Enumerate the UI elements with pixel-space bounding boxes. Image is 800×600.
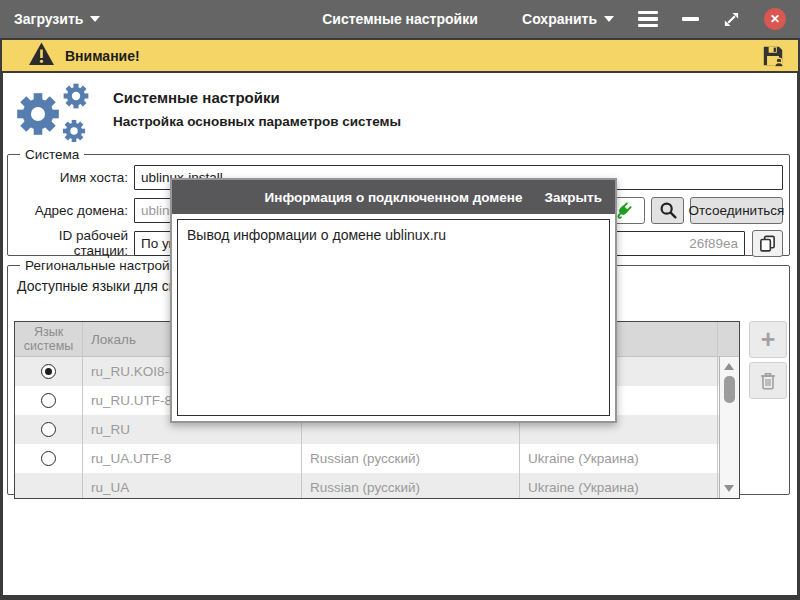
modal-body: Вывод информации о домене ublinux.ru [172, 214, 615, 421]
titlebar: Загрузить Системные настройки Сохранить … [0, 0, 800, 38]
page-title: Системные настройки [113, 89, 401, 106]
load-menu-label: Загрузить [14, 11, 83, 27]
fullscreen-icon[interactable] [723, 11, 740, 28]
hostname-label: Имя хоста: [13, 170, 134, 185]
system-legend: Система [20, 147, 84, 162]
close-icon[interactable]: ✕ [764, 8, 786, 30]
warning-label: Внимание! [65, 48, 140, 64]
gears-icon [11, 83, 99, 147]
table-row[interactable]: ru_UARussian (русский)Ukraine (Украина) [15, 473, 719, 498]
copy-id-button[interactable] [752, 230, 783, 257]
save-file-icon[interactable] [760, 43, 786, 69]
save-menu-label: Сохранить [522, 11, 597, 27]
table-row[interactable]: ru_UA.UTF-8Russian (русский)Ukraine (Укр… [15, 444, 719, 473]
search-icon [659, 201, 677, 219]
domain-info-button[interactable] [651, 197, 684, 224]
trash-icon [760, 372, 776, 390]
table-scrollbar[interactable] [719, 357, 739, 498]
scroll-up-icon[interactable] [724, 363, 734, 370]
delete-locale-button[interactable] [749, 362, 787, 399]
locale-cell: ru_UA.UTF-8 [83, 444, 302, 473]
locale-radio[interactable] [41, 422, 56, 437]
domain-info-output: Вывод информации о домене ublinux.ru [177, 219, 610, 416]
add-locale-button[interactable]: + [749, 321, 787, 358]
page-subtitle: Настройка основных параметров системы [113, 114, 401, 129]
minimize-icon[interactable] [682, 17, 699, 20]
column-header-system-language: Язык системы [15, 322, 83, 356]
scroll-down-icon[interactable] [724, 485, 734, 492]
save-menu-button[interactable]: Сохранить [522, 11, 614, 27]
country-cell: Ukraine (Украина) [520, 473, 718, 498]
locale-radio[interactable] [41, 451, 56, 466]
domain-info-modal: Информация о подключенном домене Закрыть… [170, 178, 617, 423]
language-cell: Russian (русский) [302, 473, 520, 498]
locale-select-cell [15, 444, 83, 473]
scrollbar-thumb[interactable] [724, 376, 735, 403]
menu-icon[interactable] [638, 11, 658, 27]
locale-radio[interactable] [41, 364, 56, 379]
regional-legend: Региональные настройки [20, 258, 188, 273]
locale-select-cell [15, 415, 83, 444]
caret-down-icon [604, 16, 614, 22]
workstation-id-end: 26f89ea [689, 236, 738, 251]
caret-down-icon [90, 16, 100, 22]
country-cell: Ukraine (Украина) [520, 444, 718, 473]
app-window: Загрузить Системные настройки Сохранить … [0, 0, 800, 600]
domain-label: Адрес домена: [13, 203, 134, 218]
language-cell: Russian (русский) [302, 444, 520, 473]
locale-radio[interactable] [41, 393, 56, 408]
warning-icon [28, 42, 55, 69]
locale-cell: ru_UA [83, 473, 302, 498]
warning-bar: Внимание! [2, 40, 798, 71]
load-menu-button[interactable]: Загрузить [14, 11, 100, 27]
page-header: Системные настройки Настройка основных п… [11, 83, 401, 147]
copy-icon [758, 234, 777, 253]
modal-close-button[interactable]: Закрыть [545, 190, 602, 205]
disconnect-button[interactable]: Отсоединиться [690, 197, 783, 224]
locale-select-cell [15, 357, 83, 386]
locale-select-cell [15, 386, 83, 415]
workstation-id-label: ID рабочей станции: [13, 228, 134, 258]
modal-header: Информация о подключенном домене Закрыть [172, 180, 615, 214]
locale-select-cell [15, 473, 83, 498]
